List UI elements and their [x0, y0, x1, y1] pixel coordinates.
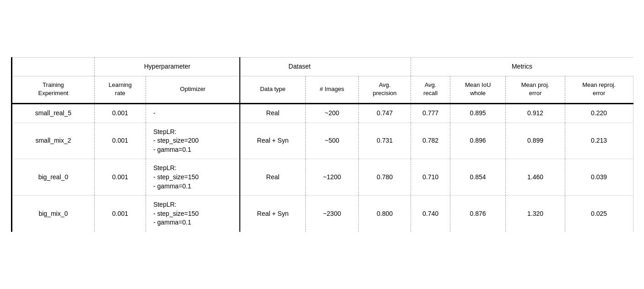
table-body: small_real_50.001-Real~2000.7470.7770.89…	[11, 104, 633, 232]
header-avg-precision: Avg. precision	[359, 76, 411, 103]
cell-mean-iou-whole: 0.854	[450, 159, 506, 196]
cell-num-images: ~500	[305, 123, 358, 159]
cell-data-type: Real	[240, 104, 305, 123]
table-container: Hyperparameter Dataset Metrics Training …	[11, 57, 633, 232]
cell-avg-precision: 0.780	[359, 159, 411, 196]
cell-mean-proj-error: 0.899	[506, 123, 565, 159]
cell-num-images: ~200	[305, 104, 358, 123]
header-data-type: Data type	[240, 76, 305, 103]
cell-training-experiment: small_real_5	[11, 104, 95, 123]
cell-avg-recall: 0.777	[411, 104, 450, 123]
header-optimizer: Optimizer	[146, 76, 240, 103]
cell-mean-iou-whole: 0.896	[450, 123, 506, 159]
cell-num-images: ~1200	[305, 159, 358, 196]
cell-learning-rate: 0.001	[95, 159, 146, 196]
cell-avg-recall: 0.782	[411, 123, 450, 159]
cell-data-type: Real + Syn	[240, 123, 305, 159]
header-mean-reproj-error: Mean reproj. error	[565, 76, 633, 103]
cell-training-experiment: big_real_0	[11, 159, 95, 196]
group-hyperparameter: Hyperparameter	[95, 58, 240, 76]
cell-optimizer: StepLR:- step_size=150- gamma=0.1	[146, 196, 240, 232]
cell-mean-iou-whole: 0.895	[450, 104, 506, 123]
cell-learning-rate: 0.001	[95, 196, 146, 232]
table-row: big_mix_00.001StepLR:- step_size=150- ga…	[11, 196, 633, 232]
group-dataset: Dataset	[240, 58, 358, 76]
header-mean-iou-whole: Mean IoU whole	[450, 76, 506, 103]
group-spacer	[359, 58, 411, 76]
cell-mean-proj-error: 1.460	[506, 159, 565, 196]
cell-training-experiment: big_mix_0	[11, 196, 95, 232]
cell-mean-reproj-error: 0.213	[565, 123, 633, 159]
header-avg-recall: Avg. recall	[411, 76, 450, 103]
cell-num-images: ~2300	[305, 196, 358, 232]
cell-data-type: Real	[240, 159, 305, 196]
results-table: Hyperparameter Dataset Metrics Training …	[11, 57, 633, 232]
cell-avg-precision: 0.800	[359, 196, 411, 232]
cell-data-type: Real + Syn	[240, 196, 305, 232]
cell-optimizer: StepLR:- step_size=200- gamma=0.1	[146, 123, 240, 159]
cell-mean-iou-whole: 0.876	[450, 196, 506, 232]
header-mean-proj-error: Mean proj. error	[506, 76, 565, 103]
cell-training-experiment: small_mix_2	[11, 123, 95, 159]
cell-learning-rate: 0.001	[95, 104, 146, 123]
cell-mean-reproj-error: 0.220	[565, 104, 633, 123]
cell-optimizer: -	[146, 104, 240, 123]
header-training-experiment: Training Experiment	[11, 76, 95, 103]
group-header-row: Hyperparameter Dataset Metrics	[11, 58, 633, 76]
cell-mean-reproj-error: 0.025	[565, 196, 633, 232]
cell-avg-precision: 0.731	[359, 123, 411, 159]
header-num-images: # Images	[305, 76, 358, 103]
group-training	[11, 58, 95, 76]
group-metrics: Metrics	[411, 58, 633, 76]
cell-optimizer: StepLR:- step_size=150- gamma=0.1	[146, 159, 240, 196]
table-row: big_real_00.001StepLR:- step_size=150- g…	[11, 159, 633, 196]
cell-avg-recall: 0.710	[411, 159, 450, 196]
cell-mean-reproj-error: 0.039	[565, 159, 633, 196]
sub-header-row: Training Experiment Learning rate Optimi…	[11, 76, 633, 103]
table-row: small_mix_20.001StepLR:- step_size=200- …	[11, 123, 633, 159]
cell-mean-proj-error: 1.320	[506, 196, 565, 232]
cell-mean-proj-error: 0.912	[506, 104, 565, 123]
table-row: small_real_50.001-Real~2000.7470.7770.89…	[11, 104, 633, 123]
header-learning-rate: Learning rate	[95, 76, 146, 103]
cell-learning-rate: 0.001	[95, 123, 146, 159]
cell-avg-precision: 0.747	[359, 104, 411, 123]
cell-avg-recall: 0.740	[411, 196, 450, 232]
